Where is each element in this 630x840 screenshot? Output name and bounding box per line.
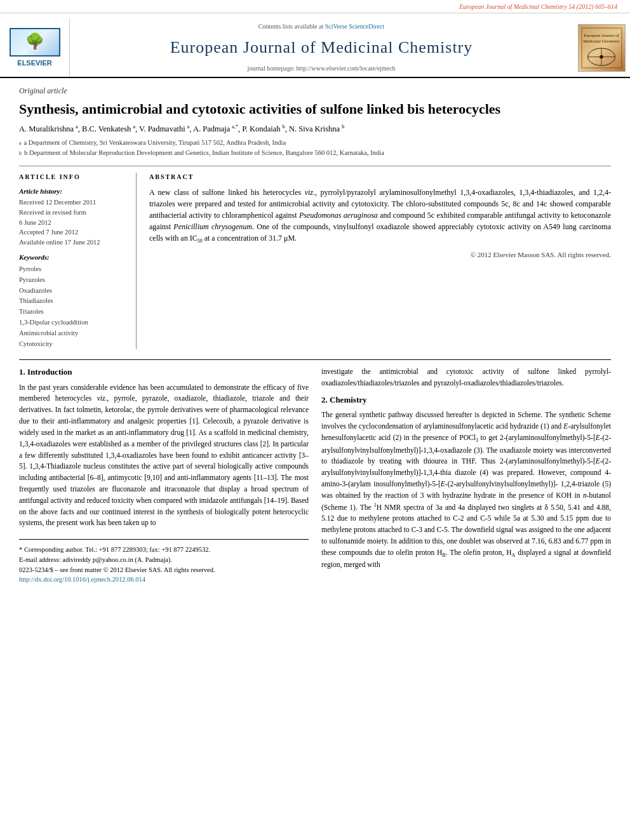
page-container: European Journal of Medicinal Chemistry … bbox=[0, 0, 630, 840]
body-left-column: 1. Introduction In the past years consid… bbox=[19, 366, 309, 585]
footnote-section: * Corresponding author. Tel.: +91 877 22… bbox=[19, 539, 309, 585]
abstract-header: ABSTRACT bbox=[149, 173, 611, 182]
svg-text:European Journal of: European Journal of bbox=[584, 33, 619, 37]
article-info-header: ARTICLE INFO bbox=[19, 173, 128, 182]
journal-cover-image: European Journal of Medicinal Chemistry bbox=[578, 24, 626, 72]
journal-homepage: journal homepage: http://www.elsevier.co… bbox=[247, 64, 395, 73]
journal-thumbnail: European Journal of Medicinal Chemistry bbox=[573, 18, 630, 77]
elsevier-logo: ELSEVIER bbox=[10, 28, 60, 68]
keyword-oxadiazoles: Oxadiazoles bbox=[19, 286, 128, 297]
received-date: Received 12 December 2011 bbox=[19, 198, 128, 208]
affiliations: aa Department of Chemistry, Sri Venkates… bbox=[19, 138, 611, 158]
svg-point-4 bbox=[587, 48, 615, 65]
body-right-column: investigate the antimicrobial and cytoto… bbox=[321, 366, 611, 585]
svg-point-7 bbox=[600, 55, 603, 58]
sciverse-link[interactable]: SciVerse ScienceDirect bbox=[325, 23, 385, 30]
article-title: Synthesis, antimicrobial and cytotoxic a… bbox=[19, 100, 611, 118]
available-online: Available online 17 June 2012 bbox=[19, 238, 128, 248]
affil-a: aa Department of Chemistry, Sri Venkates… bbox=[19, 138, 611, 148]
intro-paragraph: In the past years considerable evidence … bbox=[19, 382, 309, 530]
elsevier-logo-section: ELSEVIER bbox=[0, 18, 70, 77]
sciverse-line: Contents lists available at SciVerse Sci… bbox=[258, 22, 385, 31]
keyword-antimicrobial: Antimicrobial activity bbox=[19, 328, 128, 339]
svg-text:Medicinal Chemistry: Medicinal Chemistry bbox=[583, 39, 620, 43]
abstract-text: A new class of sulfone linked bis hetero… bbox=[149, 187, 611, 245]
history-label: Article history: bbox=[19, 187, 128, 196]
article-info-abstract: ARTICLE INFO Article history: Received 1… bbox=[19, 166, 611, 350]
keyword-thiadiazoles: Thiadiazoles bbox=[19, 296, 128, 307]
intro-section-title: 1. Introduction bbox=[19, 366, 309, 378]
keyword-triazoles: Triazoles bbox=[19, 307, 128, 317]
main-body: 1. Introduction In the past years consid… bbox=[19, 359, 611, 585]
accepted-date: Accepted 7 June 2012 bbox=[19, 228, 128, 237]
copyright-line: © 2012 Elsevier Masson SAS. All rights r… bbox=[149, 250, 611, 260]
keyword-pyrazoles: Pyrazoles bbox=[19, 275, 128, 286]
footnote-email: E-mail address: adivireddy p@yahoo.co.in… bbox=[19, 555, 309, 565]
footnote-corresponding: * Corresponding author. Tel.: +91 877 22… bbox=[19, 545, 309, 555]
svg-rect-1 bbox=[581, 28, 621, 68]
journal-reference: European Journal of Medicinal Chemistry … bbox=[459, 3, 617, 10]
journal-reference-bar: European Journal of Medicinal Chemistry … bbox=[0, 0, 630, 13]
doi-link[interactable]: http://dx.doi.org/10.1016/j.ejmech.2012.… bbox=[19, 576, 145, 583]
affil-b: bb Department of Molecular Reproduction … bbox=[19, 148, 611, 158]
journal-header: ELSEVIER Contents lists available at Sci… bbox=[0, 13, 630, 78]
footnote-doi: http://dx.doi.org/10.1016/j.ejmech.2012.… bbox=[19, 575, 309, 585]
article-info-section: ARTICLE INFO Article history: Received 1… bbox=[19, 173, 137, 350]
chemistry-paragraph: The general synthetic pathway discussed … bbox=[321, 410, 611, 571]
intro-continuation: investigate the antimicrobial and cytoto… bbox=[321, 366, 611, 389]
keyword-cytotoxicity: Cytotoxicity bbox=[19, 339, 128, 350]
abstract-section: ABSTRACT A new class of sulfone linked b… bbox=[149, 173, 611, 350]
revised-date: 6 June 2012 bbox=[19, 218, 128, 228]
article-type: Original article bbox=[19, 86, 611, 97]
footnote-issn: 0223-5234/$ – see front matter © 2012 El… bbox=[19, 565, 309, 575]
received-revised-label: Received in revised form bbox=[19, 208, 128, 218]
authors-line: A. Muralikrishna a, B.C. Venkatesh a, V.… bbox=[19, 123, 611, 135]
keywords-label: Keywords: bbox=[19, 253, 128, 262]
chemistry-section-title: 2. Chemistry bbox=[321, 394, 611, 406]
keyword-pyrroles: Pyrroles bbox=[19, 264, 128, 275]
keyword-dipolar: 1,3-Dipolar cycloaddition bbox=[19, 317, 128, 328]
journal-header-center: Contents lists available at SciVerse Sci… bbox=[70, 18, 573, 77]
svg-rect-0 bbox=[579, 25, 625, 71]
elsevier-tree-logo bbox=[10, 28, 60, 57]
journal-title: European Journal of Medicinal Chemistry bbox=[170, 36, 473, 59]
article-content: Original article Synthesis, antimicrobia… bbox=[0, 78, 630, 592]
elsevier-brand: ELSEVIER bbox=[17, 58, 51, 68]
